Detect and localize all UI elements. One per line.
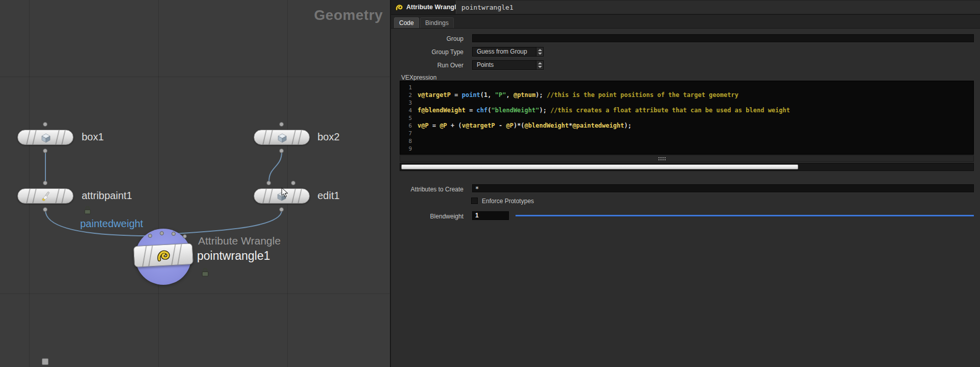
run-over-value: Points: [477, 61, 494, 68]
run-over-dropdown[interactable]: Points: [472, 60, 544, 70]
group-type-value: Guess from Group: [477, 48, 527, 55]
vex-code-editor[interactable]: 123456789 v@targetP = point(1, "P", @ptn…: [400, 81, 974, 155]
vex-line-numbers: 123456789: [400, 84, 414, 154]
group-label: Group: [397, 35, 463, 42]
vex-code-lines[interactable]: v@targetP = point(1, "P", @ptnum); //thi…: [414, 84, 973, 154]
node-label-box1: box1: [82, 131, 104, 143]
lock-icon: [84, 206, 91, 216]
node-input-connector[interactable]: [160, 231, 164, 235]
node-pointwrangle1[interactable]: [133, 243, 193, 267]
node-attribpaint1[interactable]: [17, 188, 74, 204]
enforce-prototypes-checkbox[interactable]: [471, 198, 478, 204]
wire-label-paintedweight: paintedweight: [80, 218, 143, 230]
node-wires: [0, 0, 391, 367]
paintbrush-icon: [40, 191, 52, 202]
updown-arrows-icon[interactable]: [536, 47, 543, 56]
updown-arrows-icon[interactable]: [536, 61, 543, 69]
scrollbar-thumb[interactable]: [401, 164, 798, 169]
node-input-connector[interactable]: [172, 232, 176, 236]
wrangle-icon: [395, 3, 404, 12]
parameter-header: Attribute Wrangle pointwrangle1: [391, 0, 980, 15]
node-box1[interactable]: [17, 130, 74, 145]
node-input-connector[interactable]: [43, 181, 47, 185]
node-output-connector[interactable]: [279, 207, 284, 212]
node-input-connector[interactable]: [266, 181, 271, 185]
parameter-tabs: Code Bindings: [391, 15, 980, 29]
blendweight-label: Blendweight: [397, 213, 463, 220]
blendweight-slider[interactable]: [516, 215, 974, 216]
node-output-connector[interactable]: [43, 149, 47, 153]
tab-code[interactable]: Code: [394, 17, 419, 28]
group-input[interactable]: [472, 34, 974, 42]
node-output-connector[interactable]: [43, 207, 47, 212]
node-input-connector[interactable]: [183, 234, 187, 238]
node-input-connector[interactable]: [291, 181, 296, 185]
run-over-label: Run Over: [397, 62, 463, 69]
resize-grip-icon[interactable]: [658, 157, 666, 161]
node-label-edit1: edit1: [317, 190, 339, 202]
cube-icon: [40, 132, 52, 143]
node-type-label-pointwrangle1: Attribute Wrangle: [198, 235, 281, 247]
cursor-icon: [281, 187, 289, 200]
node-type-title: Attribute Wrangle: [406, 0, 460, 15]
node-input-connector[interactable]: [148, 234, 152, 238]
enforce-prototypes-label: Enforce Prototypes: [482, 198, 534, 205]
cube-icon: [277, 132, 288, 143]
node-label-box2: box2: [317, 131, 339, 143]
parameter-panel: Attribute Wrangle pointwrangle1 Code Bin…: [391, 0, 980, 367]
lock-icon: [201, 267, 209, 279]
node-name-field[interactable]: pointwrangle1: [456, 1, 980, 14]
node-output-connector[interactable]: [279, 149, 284, 153]
network-editor[interactable]: Geometry box1 box2: [0, 0, 391, 367]
editor-resize-bar[interactable]: [400, 155, 974, 162]
network-scrollbar-handle[interactable]: [42, 358, 48, 365]
attributes-to-create-label: Attributes to Create: [397, 186, 463, 193]
vexpression-label: VEXpression: [401, 74, 436, 81]
node-label-attribpaint1: attribpaint1: [82, 190, 132, 202]
editor-horizontal-scrollbar[interactable]: [400, 163, 974, 171]
attributes-to-create-input[interactable]: *: [472, 184, 974, 192]
node-box2[interactable]: [254, 130, 310, 145]
group-type-label: Group Type: [397, 48, 463, 56]
blendweight-input[interactable]: 1: [472, 211, 509, 220]
node-input-connector[interactable]: [43, 122, 47, 127]
node-label-pointwrangle1: pointwrangle1: [197, 249, 270, 263]
tab-bindings[interactable]: Bindings: [420, 17, 454, 28]
group-type-dropdown[interactable]: Guess from Group: [472, 47, 544, 57]
node-input-connector[interactable]: [279, 122, 284, 127]
wrangle-icon: [156, 248, 172, 264]
